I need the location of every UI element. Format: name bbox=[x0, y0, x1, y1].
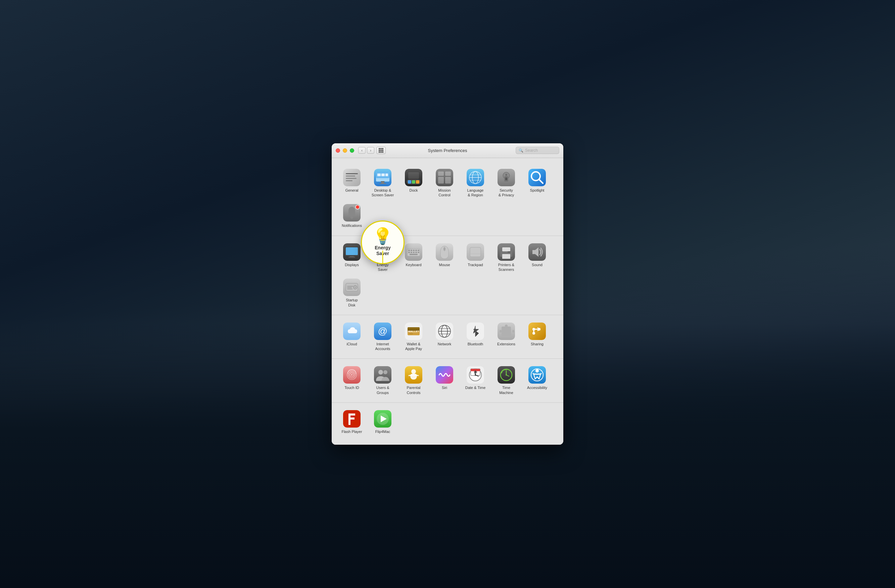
pref-security-privacy[interactable]: Security& Privacy bbox=[491, 166, 521, 200]
svg-rect-55 bbox=[415, 250, 417, 251]
svg-rect-99 bbox=[502, 327, 511, 336]
pref-trackpad[interactable]: Trackpad bbox=[461, 241, 490, 275]
pref-users-groups[interactable]: Users &Groups bbox=[368, 364, 397, 398]
desktop-label: Desktop &Screen Saver bbox=[372, 188, 394, 198]
back-button[interactable]: ‹ bbox=[358, 147, 366, 154]
language-icon bbox=[467, 169, 484, 186]
svg-line-118 bbox=[414, 375, 418, 376]
svg-rect-8 bbox=[377, 174, 381, 176]
pref-network[interactable]: Network bbox=[430, 320, 459, 354]
svg-rect-2 bbox=[346, 176, 355, 177]
pref-date-time[interactable]: 18 Date & Time bbox=[461, 364, 490, 398]
pref-sound[interactable]: Sound bbox=[522, 241, 552, 275]
section-other: Flash Player Flip4Mac bbox=[332, 403, 563, 441]
pref-mouse[interactable]: Mouse bbox=[430, 241, 459, 275]
pref-icloud[interactable]: iCloud bbox=[337, 320, 367, 354]
svg-rect-3 bbox=[346, 178, 356, 179]
svg-rect-56 bbox=[418, 250, 419, 251]
system-preferences-window: ‹ › System Preferences 🔍 Search bbox=[332, 143, 563, 445]
svg-rect-62 bbox=[410, 254, 418, 255]
internet-accounts-label: InternetAccounts bbox=[375, 342, 390, 352]
pref-flip4mac[interactable]: Flip4Mac bbox=[368, 408, 397, 436]
section-internet: iCloud @ InternetAccounts bbox=[332, 315, 563, 359]
siri-icon bbox=[436, 366, 453, 383]
svg-rect-89 bbox=[409, 333, 413, 334]
section-hardware: Displays 💡 💡 EnergySaver bbox=[332, 236, 563, 315]
show-all-button[interactable] bbox=[376, 147, 386, 154]
accessibility-icon bbox=[528, 366, 546, 383]
svg-rect-45 bbox=[346, 247, 358, 255]
forward-button[interactable]: › bbox=[367, 147, 374, 154]
titlebar: ‹ › System Preferences 🔍 Search bbox=[332, 143, 563, 158]
keyboard-label: Keyboard bbox=[405, 262, 421, 267]
svg-rect-17 bbox=[412, 180, 415, 183]
pref-internet-accounts[interactable]: @ InternetAccounts bbox=[368, 320, 397, 354]
notifications-icon bbox=[343, 204, 361, 221]
pref-printers-scanners[interactable]: Printers &Scanners bbox=[491, 241, 521, 275]
security-label: Security& Privacy bbox=[499, 188, 514, 198]
svg-rect-35 bbox=[505, 177, 507, 180]
icloud-label: iCloud bbox=[346, 342, 357, 346]
mission-control-label: MissionControl bbox=[438, 188, 451, 198]
dock-icon bbox=[405, 169, 422, 186]
svg-rect-18 bbox=[416, 180, 419, 183]
pref-wallet[interactable]: WALLET Wallet &Apple Pay bbox=[399, 320, 428, 354]
svg-rect-54 bbox=[413, 250, 415, 251]
svg-rect-58 bbox=[411, 252, 412, 253]
accessibility-label: Accessibility bbox=[527, 385, 547, 390]
pref-siri[interactable]: Siri bbox=[430, 364, 459, 398]
pref-general[interactable]: General bbox=[337, 166, 367, 200]
general-label: General bbox=[345, 188, 358, 192]
svg-rect-57 bbox=[408, 252, 410, 253]
displays-label: Displays bbox=[345, 262, 359, 267]
pref-extensions[interactable]: Extensions bbox=[491, 320, 521, 354]
svg-rect-23 bbox=[438, 177, 444, 183]
pref-mission-control[interactable]: MissionControl bbox=[430, 166, 459, 200]
pref-spotlight[interactable]: Spotlight bbox=[522, 166, 552, 200]
flash-player-icon bbox=[343, 410, 361, 427]
date-time-label: Date & Time bbox=[465, 385, 486, 390]
pref-sharing[interactable]: Sharing bbox=[522, 320, 552, 354]
svg-rect-10 bbox=[385, 174, 388, 176]
svg-rect-4 bbox=[346, 180, 352, 181]
wallet-icon: WALLET bbox=[405, 323, 422, 340]
desktop-icon bbox=[374, 169, 391, 186]
time-machine-icon bbox=[498, 366, 515, 383]
pref-accessibility[interactable]: Accessibility bbox=[522, 364, 552, 398]
svg-rect-81 bbox=[347, 289, 352, 289]
minimize-button[interactable] bbox=[343, 149, 347, 153]
close-button[interactable] bbox=[336, 149, 340, 153]
nav-buttons: ‹ › bbox=[358, 147, 374, 154]
pref-touch-id[interactable]: Touch ID bbox=[337, 364, 367, 398]
svg-text:@: @ bbox=[378, 326, 387, 336]
svg-rect-19 bbox=[408, 172, 419, 179]
svg-point-135 bbox=[535, 369, 539, 373]
svg-rect-1 bbox=[346, 173, 358, 174]
pref-startup-disk[interactable]: StartupDisk bbox=[337, 276, 367, 310]
general-icon bbox=[343, 169, 361, 186]
pref-time-machine[interactable]: TimeMachine bbox=[491, 364, 521, 398]
svg-point-42 bbox=[350, 216, 353, 219]
trackpad-icon bbox=[467, 243, 484, 261]
bluetooth-icon bbox=[467, 323, 484, 340]
maximize-button[interactable] bbox=[350, 149, 354, 153]
siri-label: Siri bbox=[442, 385, 447, 390]
sharing-icon bbox=[528, 323, 546, 340]
pref-language-region[interactable]: Language& Region bbox=[461, 166, 490, 200]
pref-flash-player[interactable]: Flash Player bbox=[337, 408, 367, 436]
pref-parental-controls[interactable]: ParentalControls bbox=[399, 364, 428, 398]
icloud-icon bbox=[343, 323, 361, 340]
svg-point-78 bbox=[355, 287, 356, 288]
pref-bluetooth[interactable]: Bluetooth bbox=[461, 320, 490, 354]
pref-energy-saver[interactable]: 💡 💡 EnergySaver EnergySaver bbox=[368, 241, 397, 275]
pref-desktop-screen-saver[interactable]: Desktop &Screen Saver bbox=[368, 166, 397, 200]
svg-point-104 bbox=[532, 332, 535, 335]
search-box[interactable]: 🔍 Search bbox=[516, 147, 559, 154]
flash-player-label: Flash Player bbox=[341, 429, 362, 434]
pref-dock[interactable]: Dock bbox=[399, 166, 428, 200]
svg-rect-73 bbox=[508, 252, 510, 252]
svg-point-127 bbox=[475, 374, 476, 376]
svg-rect-80 bbox=[347, 287, 352, 288]
svg-point-37 bbox=[505, 174, 507, 176]
svg-rect-65 bbox=[443, 247, 446, 251]
